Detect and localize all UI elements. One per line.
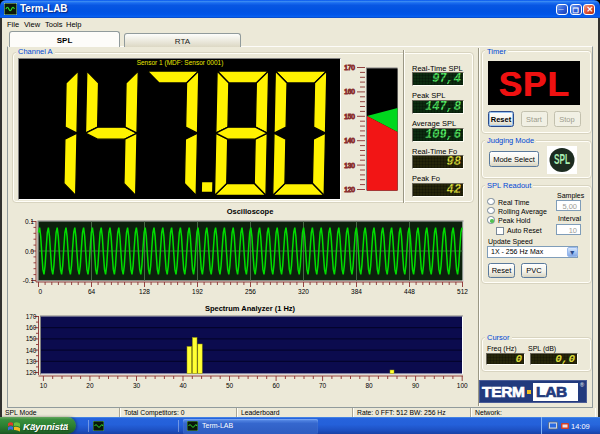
svg-text:64: 64: [88, 288, 96, 295]
svg-text:60: 60: [272, 382, 280, 389]
svg-text:320: 320: [298, 288, 309, 295]
svg-text:130: 130: [344, 162, 355, 169]
svg-text:0: 0: [39, 288, 43, 295]
svg-text:160: 160: [26, 324, 37, 331]
svg-text:80: 80: [365, 382, 373, 389]
svg-text:SPL: SPL: [554, 150, 570, 167]
svg-text:130: 130: [26, 358, 37, 365]
svg-text:160: 160: [344, 88, 355, 95]
svg-text:100: 100: [457, 382, 468, 389]
svg-text:0.0: 0.0: [25, 248, 34, 255]
svg-text:50: 50: [226, 382, 234, 389]
svg-text:512: 512: [457, 288, 468, 295]
svg-text:30: 30: [133, 382, 141, 389]
svg-text:192: 192: [192, 288, 203, 295]
svg-text:150: 150: [344, 113, 355, 120]
svg-text:448: 448: [404, 288, 415, 295]
svg-text:150: 150: [26, 335, 37, 342]
svg-text:384: 384: [351, 288, 362, 295]
svg-text:128: 128: [139, 288, 150, 295]
svg-text:256: 256: [245, 288, 256, 295]
svg-text:120: 120: [344, 186, 355, 193]
svg-text:170: 170: [26, 313, 37, 320]
svg-text:10: 10: [40, 382, 48, 389]
svg-text:70: 70: [319, 382, 327, 389]
svg-text:0.1: 0.1: [25, 218, 34, 225]
svg-text:140: 140: [26, 347, 37, 354]
svg-text:140: 140: [344, 137, 355, 144]
svg-text:170: 170: [344, 64, 355, 71]
svg-text:20: 20: [86, 382, 94, 389]
svg-text:90: 90: [412, 382, 420, 389]
svg-text:Sensor 1 (MDF: Sensor 0001): Sensor 1 (MDF: Sensor 0001): [137, 59, 224, 67]
svg-text:-0.1: -0.1: [23, 277, 35, 284]
svg-text:120: 120: [26, 369, 37, 376]
svg-text:40: 40: [179, 382, 187, 389]
